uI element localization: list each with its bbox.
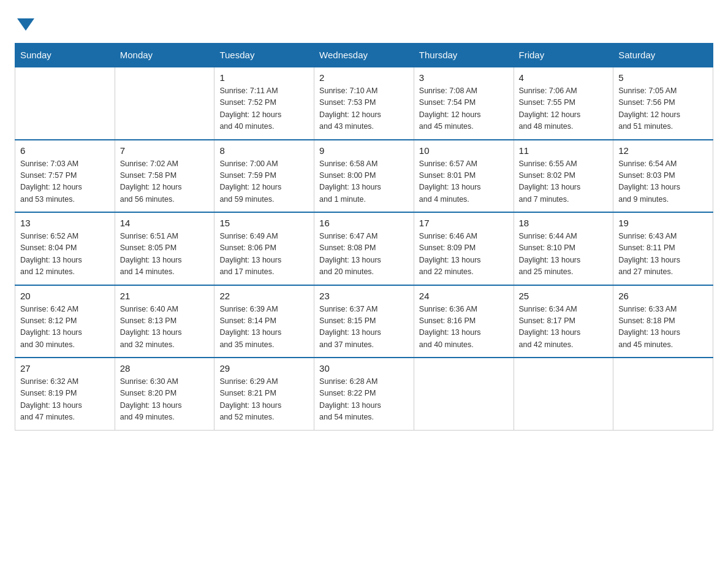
day-info: Sunrise: 6:33 AM Sunset: 8:18 PM Dayligh… bbox=[618, 304, 708, 351]
day-number: 17 bbox=[419, 218, 509, 228]
day-number: 19 bbox=[618, 218, 708, 228]
day-of-week-header: Monday bbox=[115, 44, 214, 67]
day-info: Sunrise: 6:40 AM Sunset: 8:13 PM Dayligh… bbox=[120, 304, 210, 351]
day-info: Sunrise: 6:28 AM Sunset: 8:22 PM Dayligh… bbox=[319, 376, 409, 424]
calendar-cell: 8Sunrise: 7:00 AM Sunset: 7:59 PM Daylig… bbox=[214, 140, 314, 213]
day-number: 2 bbox=[319, 72, 409, 83]
day-number: 10 bbox=[419, 145, 509, 156]
calendar-cell: 30Sunrise: 6:28 AM Sunset: 8:22 PM Dayli… bbox=[314, 358, 414, 430]
day-number: 5 bbox=[618, 72, 708, 83]
day-info: Sunrise: 7:00 AM Sunset: 7:59 PM Dayligh… bbox=[219, 158, 309, 206]
day-info: Sunrise: 7:03 AM Sunset: 7:57 PM Dayligh… bbox=[20, 158, 110, 206]
calendar-table: SundayMondayTuesdayWednesdayThursdayFrid… bbox=[15, 43, 713, 431]
day-number: 12 bbox=[618, 145, 708, 156]
calendar-cell: 10Sunrise: 6:57 AM Sunset: 8:01 PM Dayli… bbox=[414, 140, 514, 213]
day-number: 23 bbox=[319, 291, 409, 301]
calendar-cell: 15Sunrise: 6:49 AM Sunset: 8:06 PM Dayli… bbox=[214, 212, 314, 285]
day-of-week-header: Tuesday bbox=[214, 44, 314, 67]
day-number: 6 bbox=[20, 145, 110, 156]
calendar-cell: 7Sunrise: 7:02 AM Sunset: 7:58 PM Daylig… bbox=[115, 140, 214, 213]
day-number: 26 bbox=[618, 291, 708, 301]
day-number: 1 bbox=[219, 72, 309, 83]
day-number: 29 bbox=[219, 363, 309, 373]
day-number: 20 bbox=[20, 291, 110, 301]
day-of-week-header: Thursday bbox=[414, 44, 514, 67]
day-info: Sunrise: 6:57 AM Sunset: 8:01 PM Dayligh… bbox=[419, 158, 509, 206]
day-info: Sunrise: 6:30 AM Sunset: 8:20 PM Dayligh… bbox=[120, 376, 210, 424]
day-number: 16 bbox=[319, 218, 409, 228]
calendar-cell: 16Sunrise: 6:47 AM Sunset: 8:08 PM Dayli… bbox=[314, 212, 414, 285]
logo bbox=[15, 15, 37, 31]
day-info: Sunrise: 6:29 AM Sunset: 8:21 PM Dayligh… bbox=[219, 376, 309, 424]
day-info: Sunrise: 6:44 AM Sunset: 8:10 PM Dayligh… bbox=[519, 231, 609, 278]
day-info: Sunrise: 6:46 AM Sunset: 8:09 PM Dayligh… bbox=[419, 231, 509, 278]
day-number: 4 bbox=[519, 72, 609, 83]
calendar-cell: 28Sunrise: 6:30 AM Sunset: 8:20 PM Dayli… bbox=[115, 358, 214, 430]
day-info: Sunrise: 7:05 AM Sunset: 7:56 PM Dayligh… bbox=[618, 85, 708, 133]
calendar-cell: 18Sunrise: 6:44 AM Sunset: 8:10 PM Dayli… bbox=[514, 212, 613, 285]
day-number: 21 bbox=[120, 291, 210, 301]
day-info: Sunrise: 6:52 AM Sunset: 8:04 PM Dayligh… bbox=[20, 231, 110, 278]
day-info: Sunrise: 7:08 AM Sunset: 7:54 PM Dayligh… bbox=[419, 85, 509, 133]
day-info: Sunrise: 7:10 AM Sunset: 7:53 PM Dayligh… bbox=[319, 85, 409, 133]
calendar-cell bbox=[613, 358, 713, 430]
calendar-cell: 3Sunrise: 7:08 AM Sunset: 7:54 PM Daylig… bbox=[414, 67, 514, 140]
calendar-cell: 1Sunrise: 7:11 AM Sunset: 7:52 PM Daylig… bbox=[214, 67, 314, 140]
calendar-cell: 9Sunrise: 6:58 AM Sunset: 8:00 PM Daylig… bbox=[314, 140, 414, 213]
day-number: 8 bbox=[219, 145, 309, 156]
calendar-cell: 2Sunrise: 7:10 AM Sunset: 7:53 PM Daylig… bbox=[314, 67, 414, 140]
day-info: Sunrise: 6:36 AM Sunset: 8:16 PM Dayligh… bbox=[419, 304, 509, 351]
calendar-cell: 21Sunrise: 6:40 AM Sunset: 8:13 PM Dayli… bbox=[115, 285, 214, 358]
calendar-cell: 5Sunrise: 7:05 AM Sunset: 7:56 PM Daylig… bbox=[613, 67, 713, 140]
calendar-cell: 6Sunrise: 7:03 AM Sunset: 7:57 PM Daylig… bbox=[15, 140, 115, 213]
day-info: Sunrise: 6:51 AM Sunset: 8:05 PM Dayligh… bbox=[120, 231, 210, 278]
day-number: 15 bbox=[219, 218, 309, 228]
calendar-cell bbox=[514, 358, 613, 430]
calendar-cell: 12Sunrise: 6:54 AM Sunset: 8:03 PM Dayli… bbox=[613, 140, 713, 213]
calendar-cell: 14Sunrise: 6:51 AM Sunset: 8:05 PM Dayli… bbox=[115, 212, 214, 285]
calendar-cell: 17Sunrise: 6:46 AM Sunset: 8:09 PM Dayli… bbox=[414, 212, 514, 285]
day-info: Sunrise: 6:42 AM Sunset: 8:12 PM Dayligh… bbox=[20, 304, 110, 351]
calendar-cell: 24Sunrise: 6:36 AM Sunset: 8:16 PM Dayli… bbox=[414, 285, 514, 358]
day-number: 30 bbox=[319, 363, 409, 373]
day-info: Sunrise: 6:49 AM Sunset: 8:06 PM Dayligh… bbox=[219, 231, 309, 278]
calendar-cell: 19Sunrise: 6:43 AM Sunset: 8:11 PM Dayli… bbox=[613, 212, 713, 285]
day-number: 24 bbox=[419, 291, 509, 301]
day-number: 14 bbox=[120, 218, 210, 228]
calendar-cell: 25Sunrise: 6:34 AM Sunset: 8:17 PM Dayli… bbox=[514, 285, 613, 358]
day-number: 25 bbox=[519, 291, 609, 301]
calendar-cell: 4Sunrise: 7:06 AM Sunset: 7:55 PM Daylig… bbox=[514, 67, 613, 140]
day-info: Sunrise: 7:02 AM Sunset: 7:58 PM Dayligh… bbox=[120, 158, 210, 206]
day-info: Sunrise: 6:55 AM Sunset: 8:02 PM Dayligh… bbox=[519, 158, 609, 206]
day-info: Sunrise: 7:06 AM Sunset: 7:55 PM Dayligh… bbox=[519, 85, 609, 133]
calendar-cell: 27Sunrise: 6:32 AM Sunset: 8:19 PM Dayli… bbox=[15, 358, 115, 430]
day-number: 28 bbox=[120, 363, 210, 373]
calendar-cell bbox=[15, 67, 115, 140]
calendar-cell: 23Sunrise: 6:37 AM Sunset: 8:15 PM Dayli… bbox=[314, 285, 414, 358]
calendar-cell: 13Sunrise: 6:52 AM Sunset: 8:04 PM Dayli… bbox=[15, 212, 115, 285]
day-info: Sunrise: 6:32 AM Sunset: 8:19 PM Dayligh… bbox=[20, 376, 110, 424]
day-number: 11 bbox=[519, 145, 609, 156]
day-of-week-header: Friday bbox=[514, 44, 613, 67]
day-number: 9 bbox=[319, 145, 409, 156]
page-header bbox=[15, 15, 713, 31]
day-info: Sunrise: 6:37 AM Sunset: 8:15 PM Dayligh… bbox=[319, 304, 409, 351]
day-number: 3 bbox=[419, 72, 509, 83]
day-info: Sunrise: 6:43 AM Sunset: 8:11 PM Dayligh… bbox=[618, 231, 708, 278]
day-number: 27 bbox=[20, 363, 110, 373]
calendar-cell: 26Sunrise: 6:33 AM Sunset: 8:18 PM Dayli… bbox=[613, 285, 713, 358]
calendar-cell bbox=[115, 67, 214, 140]
day-info: Sunrise: 6:54 AM Sunset: 8:03 PM Dayligh… bbox=[618, 158, 708, 206]
day-info: Sunrise: 6:58 AM Sunset: 8:00 PM Dayligh… bbox=[319, 158, 409, 206]
calendar-cell: 29Sunrise: 6:29 AM Sunset: 8:21 PM Dayli… bbox=[214, 358, 314, 430]
calendar-cell: 11Sunrise: 6:55 AM Sunset: 8:02 PM Dayli… bbox=[514, 140, 613, 213]
calendar-cell: 20Sunrise: 6:42 AM Sunset: 8:12 PM Dayli… bbox=[15, 285, 115, 358]
day-number: 13 bbox=[20, 218, 110, 228]
day-info: Sunrise: 6:47 AM Sunset: 8:08 PM Dayligh… bbox=[319, 231, 409, 278]
day-info: Sunrise: 7:11 AM Sunset: 7:52 PM Dayligh… bbox=[219, 85, 309, 133]
day-number: 22 bbox=[219, 291, 309, 301]
logo-arrow-icon bbox=[17, 18, 34, 31]
day-of-week-header: Wednesday bbox=[314, 44, 414, 67]
day-of-week-header: Sunday bbox=[15, 44, 115, 67]
day-info: Sunrise: 6:34 AM Sunset: 8:17 PM Dayligh… bbox=[519, 304, 609, 351]
